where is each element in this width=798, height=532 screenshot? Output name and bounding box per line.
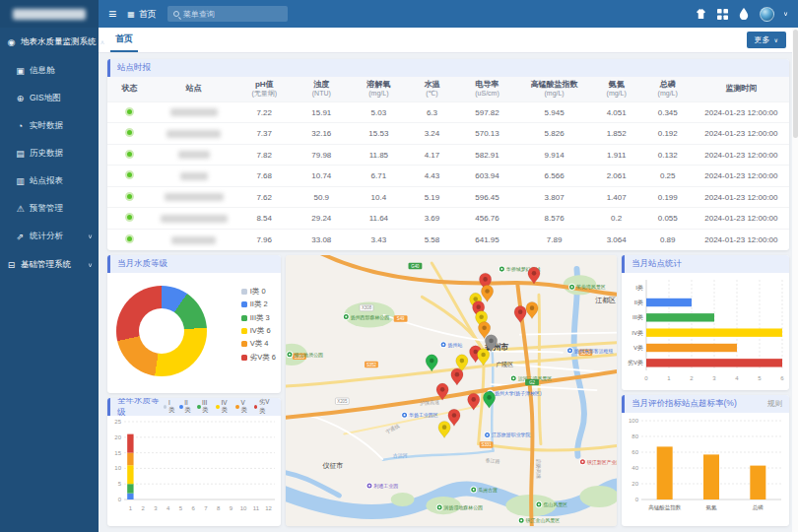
status-dot: [125, 234, 134, 243]
table-cell: 15.91: [293, 101, 350, 123]
page-scrollbar[interactable]: [792, 28, 798, 532]
menu-search-input[interactable]: 菜单查询: [167, 6, 288, 22]
legend-item[interactable]: V类 4: [241, 339, 276, 349]
table-cell: 5.58: [407, 229, 456, 250]
grid-icon: ▦: [127, 10, 135, 19]
sidebar-item-0-2[interactable]: ◔实时数据: [0, 112, 99, 140]
tab-home[interactable]: 首页: [110, 28, 138, 52]
map-poi[interactable]: 江苏旅游职业学院: [485, 432, 531, 438]
column-header: 状态: [107, 77, 152, 101]
table-cell: 7.68: [235, 166, 293, 187]
clock-icon: ◔: [15, 121, 26, 131]
sidebar-item-0-1[interactable]: ⊕GIS地图: [0, 85, 99, 112]
sidebar-item-0-4[interactable]: ▥站点报表: [0, 167, 99, 195]
sidebar-item-0-6[interactable]: ⇗统计分析∨: [0, 223, 99, 250]
hamburger-icon[interactable]: ≡: [108, 7, 116, 21]
road-shield: G40: [409, 263, 423, 269]
legend-item[interactable]: III类 3: [241, 313, 276, 323]
legend-item[interactable]: V类: [235, 399, 249, 415]
sidebar-nav: ◉地表水质量监测系统∧▣信息舱⊕GIS地图◔实时数据▤历史数据▥站点报表⚠预警管…: [0, 28, 99, 280]
table-row[interactable]: 7.2215.915.036.3597.825.9454.0510.345202…: [107, 101, 789, 123]
table-row[interactable]: 7.6250.910.45.19596.453.8071.4070.199202…: [107, 186, 789, 208]
svg-text:S49: S49: [397, 316, 405, 321]
table-cell: 7.37: [235, 123, 293, 145]
sidebar-item-0-0[interactable]: ▣信息舱: [0, 57, 99, 85]
table-row[interactable]: 7.3732.1615.533.24570.135.8261.8520.1922…: [107, 123, 789, 145]
gis-map[interactable]: G40S49S353S352S243S331G2X308X205 扬州市仪征市江…: [286, 255, 617, 526]
map-poi[interactable]: 焦山风景区: [536, 501, 567, 507]
svg-text:捺山地质公园: 捺山地质公园: [293, 352, 323, 359]
svg-text:江苏旅游职业学院: 江苏旅游职业学院: [492, 432, 530, 438]
status-dot: [125, 128, 134, 137]
dashboard-icon: ▣: [15, 66, 26, 76]
svg-text:镇江新区产业园: 镇江新区产业园: [587, 458, 617, 465]
svg-text:华扬工业园区: 华扬工业园区: [409, 412, 438, 419]
legend-item[interactable]: IV类 6: [241, 326, 276, 336]
legend-label: 劣V类: [259, 398, 274, 416]
sidebar-group-1[interactable]: ⊟基础管理系统∨: [0, 250, 99, 280]
map-poi[interactable]: 瓜洲古渡: [471, 487, 498, 494]
status-dot: [125, 192, 134, 201]
svg-text:20: 20: [114, 434, 121, 440]
table-cell: 0.89: [642, 229, 694, 250]
column-header: 浊度(NTU): [293, 77, 350, 101]
svg-text:12: 12: [265, 505, 272, 511]
user-avatar[interactable]: [760, 7, 774, 22]
sidebar: ◉地表水质量监测系统∧▣信息舱⊕GIS地图◔实时数据▤历史数据▥站点报表⚠预警管…: [0, 0, 99, 532]
legend-item[interactable]: II类 2: [241, 299, 276, 309]
exceed-rate-panel: 当月评价指标站点超标率(%) 规则 020406080100高锰酸盐指数氨氮总磷: [622, 395, 789, 526]
legend-item[interactable]: 劣V类 6: [241, 353, 276, 363]
table-cell: 0.2: [591, 208, 642, 230]
map-poi[interactable]: 利通工业园: [366, 483, 398, 490]
legend-item[interactable]: 劣V类: [254, 398, 274, 416]
legend-item[interactable]: I类: [164, 399, 175, 415]
svg-text:扬州站: 扬州站: [448, 341, 463, 348]
legend-dot: [241, 328, 247, 334]
table-row[interactable]: 7.8279.9811.854.17582.919.9141.9110.1322…: [107, 144, 789, 166]
map-poi[interactable]: 扬州站: [440, 341, 462, 348]
map-poi[interactable]: 扬州东部客运枢纽: [567, 348, 614, 355]
legend-item[interactable]: I类 0: [241, 287, 276, 297]
table-row[interactable]: 8.5429.2411.643.69456.768.5760.20.055202…: [107, 208, 789, 230]
dashboard-bottom: 当月水质等级 I类 0II类 2III类 3IV类 6V类 4劣V类 6 全年水…: [107, 255, 789, 526]
legend-item[interactable]: II类: [179, 399, 193, 415]
breadcrumb[interactable]: ▦ 首页: [127, 8, 157, 21]
table-cell: 3.24: [407, 123, 456, 145]
svg-text:25: 25: [114, 419, 121, 425]
map-panel[interactable]: G40S49S353S352S243S331G2X308X205 扬州市仪征市江…: [286, 255, 617, 526]
svg-text:4: 4: [166, 505, 170, 511]
svg-text:I类: I类: [635, 284, 643, 290]
table-row[interactable]: 7.6810.746.714.43603.946.5662.0610.25202…: [107, 166, 789, 187]
more-button[interactable]: 更多 ∨: [747, 32, 786, 48]
svg-text:80: 80: [632, 433, 638, 439]
sidebar-item-0-3[interactable]: ▤历史数据: [0, 140, 99, 167]
map-poi[interactable]: 润扬湿地森林公园: [436, 504, 483, 511]
table-cell: 7.22: [235, 101, 293, 123]
map-poi[interactable]: 扬州西部森林公园: [343, 313, 389, 320]
svg-text:11: 11: [253, 505, 260, 511]
legend-dot: [241, 355, 247, 361]
station-name-blurred: [161, 215, 228, 223]
layout-dashboard-icon[interactable]: [716, 8, 729, 21]
station-name-blurred: [180, 172, 208, 180]
svg-text:古运河: 古运河: [393, 451, 408, 458]
exceed-rate-link[interactable]: 规则: [767, 399, 782, 409]
table-cell: 7.62: [235, 186, 293, 208]
user-menu-caret-icon[interactable]: ∨: [783, 11, 788, 18]
page-scrollbar-thumb[interactable]: [793, 30, 798, 138]
svg-text:总磷: 总磷: [752, 504, 765, 510]
legend-item[interactable]: III类: [197, 399, 212, 415]
map-poi[interactable]: 扬州大学(扬子津校区): [488, 390, 542, 397]
more-button-label: 更多: [755, 34, 770, 45]
sidebar-item-label: 统计分析: [30, 231, 63, 242]
theme-skin-icon[interactable]: [695, 8, 707, 21]
table-row[interactable]: 7.9633.083.435.58641.957.893.0640.892024…: [107, 229, 789, 250]
legend-item[interactable]: IV类: [216, 399, 232, 415]
sidebar-item-label: 站点报表: [30, 175, 63, 187]
sidebar-item-0-5[interactable]: ⚠预警管理: [0, 195, 99, 223]
table-cell: 2024-01-23 12:00:00: [694, 144, 789, 166]
legend-dot: [197, 405, 201, 409]
sidebar-group-0[interactable]: ◉地表水质量监测系统∧: [0, 28, 99, 57]
water-drop-icon[interactable]: [738, 8, 751, 21]
column-header: pH值(无量纲): [235, 77, 293, 101]
